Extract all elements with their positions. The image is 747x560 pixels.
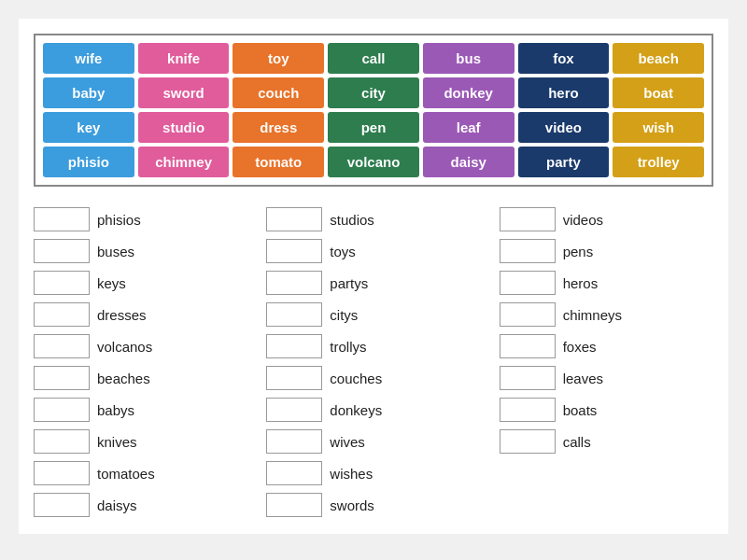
matching-section: phisiosbuseskeysdressesvolcanosbeachesba… [34,205,713,519]
match-input-citys[interactable] [266,302,322,327]
match-input-calls[interactable] [500,429,556,454]
match-label-pens: pens [563,244,594,259]
match-label-studios: studios [330,212,374,228]
match-input-pens[interactable] [500,239,556,263]
match-row: swords [266,491,480,519]
match-row: wishes [266,459,480,487]
match-input-partys[interactable] [266,271,322,295]
match-label-knives: knives [97,434,137,450]
match-label-heros: heros [563,275,599,291]
word-tile-couch[interactable]: couch [233,77,324,108]
match-row: donkeys [266,396,480,424]
word-tile-beach[interactable]: beach [613,43,704,74]
match-input-chimneys[interactable] [500,302,556,327]
word-tile-pen[interactable]: pen [328,112,419,143]
match-row: trollys [266,332,480,360]
word-tile-trolley[interactable]: trolley [613,147,704,177]
word-tile-key[interactable]: key [43,112,134,143]
match-input-videos[interactable] [500,207,556,231]
word-tile-call[interactable]: call [328,43,419,74]
match-input-studios[interactable] [266,207,322,231]
match-input-babys[interactable] [34,398,90,422]
match-input-foxes[interactable] [500,334,556,358]
match-row: couches [266,364,480,392]
word-tile-volcano[interactable]: volcano [328,147,419,177]
match-row: phisios [34,205,247,233]
word-tile-video[interactable]: video [518,112,610,143]
match-input-heros[interactable] [500,271,556,295]
match-input-leaves[interactable] [500,366,556,390]
word-tile-wish[interactable]: wish [613,112,704,143]
word-tile-bus[interactable]: bus [423,43,514,74]
word-tile-phisio[interactable]: phisio [43,147,134,177]
match-label-swords: swords [330,497,374,513]
match-input-keys[interactable] [34,271,90,295]
match-input-phisios[interactable] [34,207,90,231]
match-input-knives[interactable] [34,429,90,454]
word-tile-party[interactable]: party [518,147,610,177]
match-row: tomatoes [34,459,247,487]
match-label-couches: couches [330,371,382,386]
word-tile-wife[interactable]: wife [43,43,134,74]
match-label-beaches: beaches [97,371,150,386]
match-label-videos: videos [563,212,603,228]
word-tile-baby[interactable]: baby [43,77,134,108]
match-row: beaches [34,364,247,392]
match-row: babys [34,396,247,424]
match-label-partys: partys [330,275,368,291]
match-label-volcanos: volcanos [97,339,152,355]
match-row: heros [500,269,713,297]
match-row: pens [500,237,713,265]
match-row: boats [500,396,713,424]
match-input-trollys[interactable] [266,334,322,358]
word-tile-daisy[interactable]: daisy [423,147,514,177]
match-input-buses[interactable] [34,239,90,263]
match-input-beaches[interactable] [34,366,90,390]
word-tile-sword[interactable]: sword [138,77,230,108]
match-label-toys: toys [330,244,356,259]
match-input-swords[interactable] [266,493,322,517]
word-tile-studio[interactable]: studio [138,112,230,143]
match-input-wishes[interactable] [266,461,322,485]
match-input-daisys[interactable] [34,493,90,517]
match-row: dresses [34,301,247,329]
match-row: partys [266,269,480,297]
match-label-daisys: daisys [97,497,137,513]
word-tile-city[interactable]: city [328,77,419,108]
match-row: chimneys [500,301,713,329]
match-input-toys[interactable] [266,239,322,263]
match-input-wives[interactable] [266,429,322,454]
match-label-phisios: phisios [97,212,141,228]
main-container: wifeknifetoycallbusfoxbeachbabyswordcouc… [19,19,728,534]
word-tile-hero[interactable]: hero [518,77,610,108]
match-input-couches[interactable] [266,366,322,390]
match-label-citys: citys [330,307,358,323]
match-row: videos [500,205,713,233]
match-input-dresses[interactable] [34,302,90,327]
word-tile-knife[interactable]: knife [138,43,230,74]
word-tile-chimney[interactable]: chimney [138,147,230,177]
word-tile-fox[interactable]: fox [518,43,610,74]
matching-column-1: studiostoyspartyscitystrollyscouchesdonk… [266,205,480,519]
word-tile-leaf[interactable]: leaf [423,112,514,143]
match-label-chimneys: chimneys [563,307,622,323]
match-input-volcanos[interactable] [34,334,90,358]
match-input-tomatoes[interactable] [34,461,90,485]
word-tile-boat[interactable]: boat [613,77,704,108]
match-label-keys: keys [97,275,126,291]
word-tile-dress[interactable]: dress [233,112,324,143]
word-tile-tomato[interactable]: tomato [233,147,324,177]
match-row: studios [266,205,480,233]
match-row: foxes [500,332,713,360]
match-label-dresses: dresses [97,307,147,323]
match-row: keys [34,269,247,297]
match-input-donkeys[interactable] [266,398,322,422]
match-row: knives [34,427,247,455]
match-label-leaves: leaves [563,371,603,386]
word-tile-toy[interactable]: toy [233,43,324,74]
match-input-boats[interactable] [500,398,556,422]
match-label-buses: buses [97,244,134,259]
word-tile-donkey[interactable]: donkey [423,77,514,108]
word-grid: wifeknifetoycallbusfoxbeachbabyswordcouc… [34,34,713,187]
match-label-tomatoes: tomatoes [97,466,155,482]
